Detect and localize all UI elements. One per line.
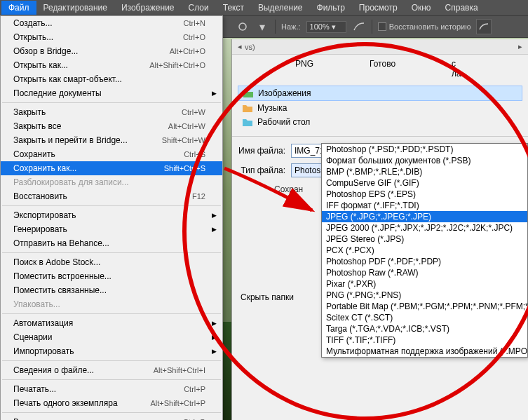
format-option[interactable]: PCX (*.PCX)	[322, 245, 527, 256]
format-option[interactable]: BMP (*.BMP;*.RLE;*.DIB)	[322, 166, 527, 177]
menu-item[interactable]: СохранитьCtrl+S	[1, 147, 222, 161]
menu-item[interactable]: Сохранить как...Shift+Ctrl+S	[1, 161, 222, 175]
menu-item[interactable]: Создать...Ctrl+N	[1, 16, 222, 30]
format-option[interactable]: CompuServe GIF (*.GIF)	[322, 177, 527, 189]
folder-list: ИзображенияМузыкаРабочий стол	[232, 83, 528, 132]
menu-item[interactable]: Последние документы▶	[1, 86, 222, 100]
menu-item[interactable]: Поместить связанные...	[1, 283, 222, 297]
menu-item[interactable]: Сценарии▶	[1, 330, 222, 344]
filetype-dropdown-list: Photoshop (*.PSD;*.PDD;*.PSDT)Формат бол…	[321, 143, 528, 358]
menu-item[interactable]: ВыходCtrl+Q	[1, 415, 222, 420]
menubar-help[interactable]: Справка	[438, 1, 485, 15]
menubar-layers[interactable]: Слои	[182, 1, 216, 15]
menu-item: Разблокировать для записи...	[1, 175, 222, 189]
pressure-label: Наж.:	[281, 22, 301, 31]
menu-item[interactable]: Экспортировать▶	[1, 208, 222, 222]
format-option[interactable]: TIFF (*.TIF;*.TIFF)	[322, 334, 527, 346]
menubar-window[interactable]: Окно	[405, 1, 438, 15]
menu-item[interactable]: Печать одного экземпляраAlt+Shift+Ctrl+P	[1, 396, 222, 410]
status-format: PNG	[295, 59, 313, 79]
menu-item[interactable]: Открыть...Ctrl+O	[1, 30, 222, 44]
menubar-filter[interactable]: Фильтр	[310, 1, 352, 15]
tablet-pressure-icon[interactable]	[352, 20, 366, 34]
menu-item[interactable]: Печатать...Ctrl+P	[1, 382, 222, 396]
format-option[interactable]: Мультиформатная поддержка изображений (*…	[322, 346, 527, 357]
menu-item[interactable]: Поместить встроенные...	[1, 269, 222, 283]
menubar-text[interactable]: Текст	[216, 1, 251, 15]
filename-label: Имя файла:	[238, 146, 285, 156]
filetype-label: Тип файла:	[238, 165, 285, 175]
folder-item[interactable]: Музыка	[238, 101, 522, 115]
dialog-status-row: PNG Готово с ла	[232, 55, 528, 83]
chevron-left-icon[interactable]: ◂	[238, 42, 242, 51]
format-option[interactable]: Scitex CT (*.SCT)	[322, 312, 527, 323]
menu-item[interactable]: Автоматизация▶	[1, 316, 222, 330]
folder-item[interactable]: Изображения	[238, 86, 522, 101]
format-option[interactable]: Photoshop Raw (*.RAW)	[322, 267, 527, 278]
menu-item[interactable]: Закрыть всеAlt+Ctrl+W	[1, 119, 222, 133]
menubar-file[interactable]: Файл	[1, 1, 36, 15]
menu-item[interactable]: Открыть как смарт-объект...	[1, 72, 222, 86]
format-option[interactable]: Photoshop EPS (*.EPS)	[322, 189, 527, 200]
format-option[interactable]: IFF формат (*.IFF;*.TDI)	[322, 200, 527, 211]
file-menu-dropdown: Создать...Ctrl+NОткрыть...Ctrl+OОбзор в …	[0, 15, 223, 420]
format-option[interactable]: JPEG Stereo (*.JPS)	[322, 233, 527, 245]
format-option[interactable]: Photoshop PDF (*.PDF;*.PDP)	[322, 256, 527, 267]
format-option[interactable]: PNG (*.PNG;*.PNS)	[322, 290, 527, 301]
status-state: Готово	[370, 59, 395, 79]
dropdown-icon[interactable]: ▾	[255, 20, 269, 34]
menubar-select[interactable]: Выделение	[251, 1, 310, 15]
menu-item[interactable]: Генерировать▶	[1, 222, 222, 236]
tablet-toggle-button[interactable]	[476, 19, 492, 34]
format-option[interactable]: Portable Bit Map (*.PBM;*.PGM;*.PPM;*.PN…	[322, 301, 527, 312]
folder-item[interactable]: Рабочий стол	[238, 115, 522, 129]
menubar: Файл Редактирование Изображение Слои Тек…	[0, 0, 528, 15]
menu-item[interactable]: Импортировать▶	[1, 344, 222, 358]
menu-item[interactable]: Отправить на Behance...	[1, 236, 222, 250]
format-option[interactable]: Targa (*.TGA;*.VDA;*.ICB;*.VST)	[322, 323, 527, 334]
format-option[interactable]: Pixar (*.PXR)	[322, 278, 527, 290]
chevron-right-icon[interactable]: ▸	[518, 42, 522, 51]
menu-item[interactable]: Сведения о файле...Alt+Shift+Ctrl+I	[1, 363, 222, 377]
menubar-image[interactable]: Изображение	[114, 1, 182, 15]
restore-history-checkbox[interactable]	[378, 22, 386, 31]
menu-item[interactable]: ВосстановитьF12	[1, 189, 222, 203]
format-option[interactable]: JPEG 2000 (*.JPF;*.JPX;*.JP2;*.J2C;*.J2K…	[322, 222, 527, 233]
menu-item[interactable]: ЗакрытьCtrl+W	[1, 105, 222, 119]
menu-item: Упаковать...	[1, 297, 222, 311]
menubar-edit[interactable]: Редактирование	[36, 1, 114, 15]
brush-icon[interactable]	[236, 20, 250, 34]
menu-item[interactable]: Поиск в Adobe Stock...	[1, 255, 222, 269]
status-extra: с ла	[452, 59, 465, 79]
dialog-path-tab[interactable]: ◂ vs) ▸	[232, 39, 528, 55]
format-option[interactable]: Формат больших документов (*.PSB)	[322, 155, 527, 166]
restore-history-option[interactable]: Восстановить историю	[378, 22, 471, 31]
format-option[interactable]: JPEG (*.JPG;*.JPEG;*.JPE)	[322, 211, 527, 222]
svg-point-0	[239, 23, 246, 30]
menu-item[interactable]: Открыть как...Alt+Shift+Ctrl+O	[1, 58, 222, 72]
menubar-view[interactable]: Просмотр	[352, 1, 405, 15]
menu-item[interactable]: Обзор в Bridge...Alt+Ctrl+O	[1, 44, 222, 58]
restore-history-label: Восстановить историю	[389, 22, 471, 31]
menu-item[interactable]: Закрыть и перейти в Bridge...Shift+Ctrl+…	[1, 133, 222, 147]
pressure-select[interactable]: 100% ▾	[306, 21, 346, 33]
format-option[interactable]: Photoshop (*.PSD;*.PDD;*.PSDT)	[322, 144, 527, 155]
